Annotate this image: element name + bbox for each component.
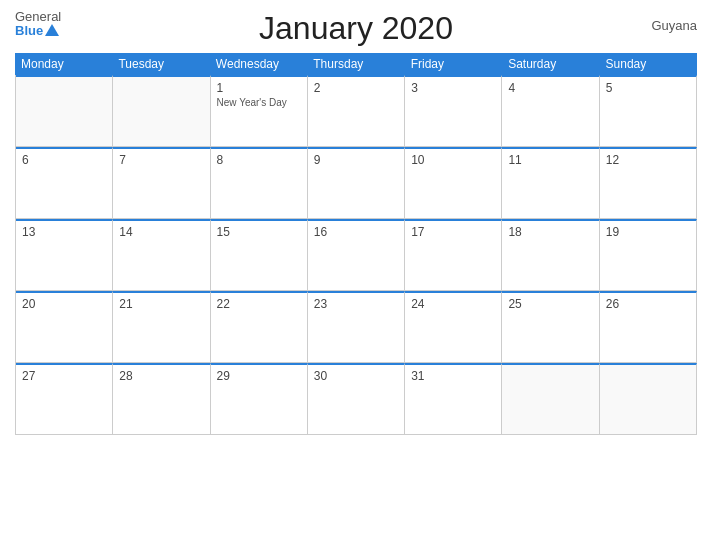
day-cell: 13	[16, 219, 113, 291]
day-number: 17	[411, 225, 495, 239]
day-cell: 25	[502, 291, 599, 363]
day-number: 25	[508, 297, 592, 311]
day-cell: 1New Year's Day	[211, 75, 308, 147]
day-cell: 28	[113, 363, 210, 435]
day-cell: 15	[211, 219, 308, 291]
logo-triangle-icon	[45, 24, 59, 36]
day-cell: 12	[600, 147, 697, 219]
day-number: 11	[508, 153, 592, 167]
logo-blue-text: Blue	[15, 24, 43, 38]
logo-row: Blue	[15, 24, 59, 38]
day-cell: 14	[113, 219, 210, 291]
days-header: MondayTuesdayWednesdayThursdayFridaySatu…	[15, 53, 697, 75]
day-cell: 6	[16, 147, 113, 219]
day-number: 6	[22, 153, 106, 167]
day-number: 12	[606, 153, 690, 167]
calendar-header: General Blue January 2020 Guyana	[15, 10, 697, 47]
day-number: 30	[314, 369, 398, 383]
calendar-container: General Blue January 2020 Guyana MondayT…	[0, 0, 712, 550]
day-number: 5	[606, 81, 690, 95]
day-number: 7	[119, 153, 203, 167]
day-number: 21	[119, 297, 203, 311]
day-cell: 20	[16, 291, 113, 363]
day-header-tuesday: Tuesday	[112, 53, 209, 75]
day-number: 23	[314, 297, 398, 311]
logo: General Blue	[15, 10, 61, 39]
day-number: 14	[119, 225, 203, 239]
day-cell: 27	[16, 363, 113, 435]
day-cell: 30	[308, 363, 405, 435]
day-cell: 7	[113, 147, 210, 219]
day-cell: 16	[308, 219, 405, 291]
day-number: 27	[22, 369, 106, 383]
day-number: 9	[314, 153, 398, 167]
day-header-friday: Friday	[405, 53, 502, 75]
day-number: 2	[314, 81, 398, 95]
day-number: 13	[22, 225, 106, 239]
day-cell: 4	[502, 75, 599, 147]
day-header-saturday: Saturday	[502, 53, 599, 75]
day-number: 4	[508, 81, 592, 95]
day-header-sunday: Sunday	[600, 53, 697, 75]
day-cell: 21	[113, 291, 210, 363]
day-cell: 2	[308, 75, 405, 147]
day-cell: 31	[405, 363, 502, 435]
day-number: 26	[606, 297, 690, 311]
day-number: 28	[119, 369, 203, 383]
day-number: 31	[411, 369, 495, 383]
day-number: 1	[217, 81, 301, 95]
empty-cell	[16, 75, 113, 147]
day-number: 29	[217, 369, 301, 383]
day-cell: 11	[502, 147, 599, 219]
day-cell: 18	[502, 219, 599, 291]
day-cell: 9	[308, 147, 405, 219]
day-header-wednesday: Wednesday	[210, 53, 307, 75]
day-cell: 26	[600, 291, 697, 363]
day-cell: 10	[405, 147, 502, 219]
day-number: 18	[508, 225, 592, 239]
empty-cell	[113, 75, 210, 147]
day-cell: 8	[211, 147, 308, 219]
empty-cell	[600, 363, 697, 435]
day-cell: 19	[600, 219, 697, 291]
day-cell: 5	[600, 75, 697, 147]
day-header-monday: Monday	[15, 53, 112, 75]
day-number: 3	[411, 81, 495, 95]
empty-cell	[502, 363, 599, 435]
day-event: New Year's Day	[217, 97, 301, 108]
month-title: January 2020	[259, 10, 453, 47]
day-cell: 29	[211, 363, 308, 435]
day-cell: 23	[308, 291, 405, 363]
day-number: 10	[411, 153, 495, 167]
day-cell: 22	[211, 291, 308, 363]
day-number: 24	[411, 297, 495, 311]
day-number: 16	[314, 225, 398, 239]
day-cell: 17	[405, 219, 502, 291]
day-number: 15	[217, 225, 301, 239]
country-label: Guyana	[651, 18, 697, 33]
calendar-grid: 1New Year's Day2345678910111213141516171…	[15, 75, 697, 435]
logo-general-text: General	[15, 10, 61, 24]
day-number: 19	[606, 225, 690, 239]
day-header-thursday: Thursday	[307, 53, 404, 75]
day-number: 20	[22, 297, 106, 311]
day-cell: 3	[405, 75, 502, 147]
day-number: 8	[217, 153, 301, 167]
day-number: 22	[217, 297, 301, 311]
day-cell: 24	[405, 291, 502, 363]
